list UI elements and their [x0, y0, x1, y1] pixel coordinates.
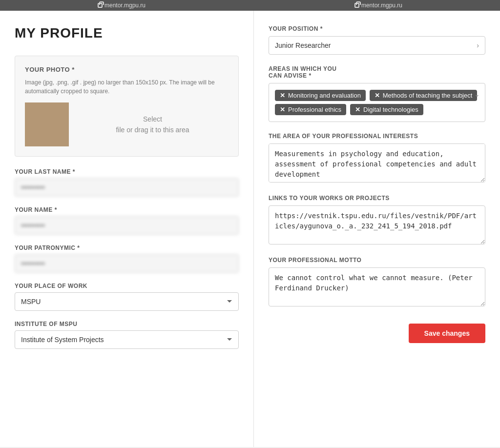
chevron-right-icon: ›	[477, 41, 479, 49]
patronymic-group: YOUR PATRONYMIC *	[15, 244, 239, 273]
place-of-work-label: YOUR PLACE OF WORK	[15, 283, 239, 289]
tag-methods-remove-icon[interactable]: ✕	[375, 92, 380, 99]
place-of-work-group: YOUR PLACE OF WORK MSPU	[15, 283, 239, 311]
advise-areas-section: AREAS IN WHICH YOU CAN ADVISE * ⌄ ✕ Moni…	[269, 65, 485, 122]
tag-digital-remove-icon[interactable]: ✕	[355, 106, 360, 113]
page-title: MY PROFILE	[15, 25, 239, 41]
motto-label: YOUR PROFESSIONAL MOTTO	[269, 257, 485, 264]
last-name-group: YOUR LAST NAME *	[15, 168, 239, 197]
tag-methods[interactable]: ✕ Methods of teaching the subject	[370, 90, 478, 101]
upload-select-text: Select	[77, 114, 229, 124]
photo-upload-area[interactable]: Select file or drag it to this area	[25, 102, 229, 146]
top-bar: mentor.mgpu.ru mentor.mgpu.ru	[0, 0, 500, 11]
position-section: YOUR POSITION * Junior Researcher ›	[269, 25, 485, 55]
photo-description: Image (jpg, .png, .gif . jpeg) no larger…	[25, 78, 229, 96]
tag-monitoring[interactable]: ✕ Monitoring and evaluation	[275, 90, 366, 101]
left-panel: MY PROFILE YOUR PHOTO * Image (jpg, .png…	[0, 11, 254, 447]
top-bar-right-url: mentor.mgpu.ru	[361, 2, 402, 9]
professional-interests-section: THE AREA OF YOUR PROFESSIONAL INTERESTS	[269, 133, 485, 184]
lock-icon-left	[98, 3, 103, 8]
upload-drag-text: file or drag it to this area	[116, 126, 189, 134]
professional-interests-label: THE AREA OF YOUR PROFESSIONAL INTERESTS	[269, 133, 485, 140]
main-container: MY PROFILE YOUR PHOTO * Image (jpg, .png…	[0, 11, 500, 447]
upload-prompt[interactable]: Select file or drag it to this area	[77, 114, 229, 136]
institute-select[interactable]: Institute of System Projects	[15, 330, 239, 349]
photo-preview	[25, 102, 69, 146]
last-name-input[interactable]	[15, 178, 239, 197]
works-links-section: LINKS TO YOUR WORKS OR PROJECTS	[269, 195, 485, 246]
place-of-work-select[interactable]: MSPU	[15, 292, 239, 311]
patronymic-input[interactable]	[15, 254, 239, 273]
name-group: YOUR NAME *	[15, 206, 239, 235]
position-label: YOUR POSITION *	[269, 25, 485, 32]
tags-dropdown-arrow-icon: ⌄	[474, 90, 480, 98]
professional-interests-textarea[interactable]	[269, 143, 485, 183]
tag-ethics[interactable]: ✕ Professional ethics	[275, 104, 346, 115]
top-bar-left-url: mentor.mgpu.ru	[104, 2, 146, 9]
position-box[interactable]: Junior Researcher ›	[269, 36, 485, 55]
motto-textarea[interactable]	[269, 267, 485, 306]
photo-label: YOUR PHOTO *	[25, 66, 229, 73]
works-links-label: LINKS TO YOUR WORKS OR PROJECTS	[269, 195, 485, 202]
top-bar-right: mentor.mgpu.ru	[257, 2, 500, 9]
lock-icon-right	[354, 3, 359, 8]
photo-figure	[25, 102, 69, 146]
patronymic-label: YOUR PATRONYMIC *	[15, 244, 239, 251]
save-button[interactable]: Save changes	[409, 324, 485, 343]
advise-areas-label: AREAS IN WHICH YOU CAN ADVISE *	[269, 65, 485, 79]
institute-group: INSTITUTE OF MSPU Institute of System Pr…	[15, 321, 239, 349]
top-bar-left: mentor.mgpu.ru	[0, 2, 243, 9]
tags-container[interactable]: ⌄ ✕ Monitoring and evaluation ✕ Methods …	[269, 83, 485, 122]
right-panel: YOUR POSITION * Junior Researcher › AREA…	[254, 11, 500, 447]
tag-ethics-remove-icon[interactable]: ✕	[280, 106, 285, 113]
photo-section: YOUR PHOTO * Image (jpg, .png, .gif . jp…	[15, 56, 239, 157]
name-input[interactable]	[15, 216, 239, 235]
tag-monitoring-remove-icon[interactable]: ✕	[280, 92, 285, 99]
motto-section: YOUR PROFESSIONAL MOTTO	[269, 257, 485, 308]
works-links-textarea[interactable]	[269, 205, 485, 244]
name-label: YOUR NAME *	[15, 206, 239, 213]
tag-digital[interactable]: ✕ Digital technologies	[350, 104, 423, 115]
position-value: Junior Researcher	[275, 41, 331, 49]
last-name-label: YOUR LAST NAME *	[15, 168, 239, 175]
institute-label: INSTITUTE OF MSPU	[15, 321, 239, 327]
